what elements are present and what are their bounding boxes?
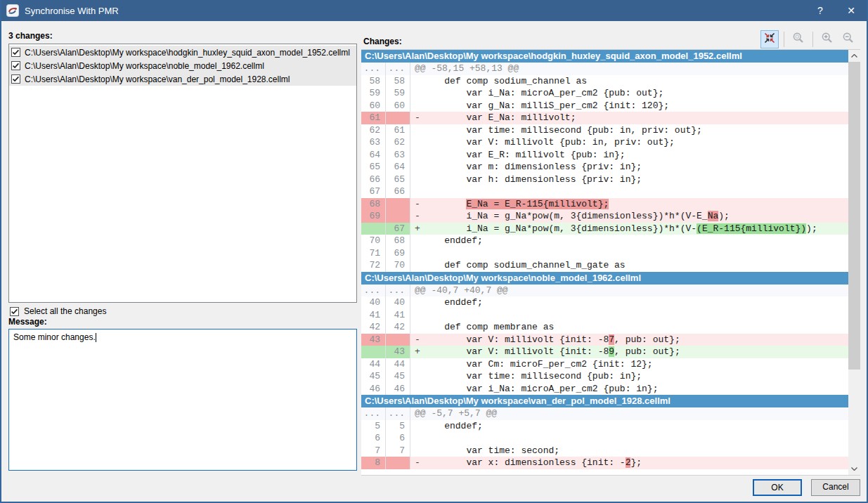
zoom-in-button[interactable] <box>818 30 836 48</box>
diff-view: C:\Users\Alan\Desktop\My workspace\hodgk… <box>361 49 860 476</box>
diff-file-header: C:\Users\Alan\Desktop\My workspace\noble… <box>361 272 848 285</box>
scroll-down-icon[interactable] <box>848 463 860 475</box>
code-segment: var E_R: millivolt {pub: in}; <box>422 150 626 160</box>
message-textarea[interactable]: Some minor changes. <box>8 329 357 471</box>
old-line-number: 5 <box>361 420 386 433</box>
diff-sign <box>410 174 422 186</box>
new-line-number: 67 <box>386 223 410 235</box>
code-segment: def comp membrane as <box>422 322 554 332</box>
old-line-number: 66 <box>361 174 386 186</box>
reset-zoom-button[interactable] <box>789 30 808 48</box>
file-list-item[interactable]: C:\Users\Alan\Desktop\My workspace\noble… <box>9 59 356 72</box>
old-line-number: 8 <box>361 457 386 469</box>
diff-line-text: var time: millisecond {pub: in, priv: ou… <box>422 124 848 137</box>
old-line-number: 61 <box>361 112 386 124</box>
help-button[interactable]: ? <box>805 0 836 21</box>
code-segment: enddef; <box>422 297 483 308</box>
zoom-out-button[interactable] <box>839 30 857 48</box>
normalized-view-button[interactable] <box>760 30 779 48</box>
code-segment: var E_Na: millivolt; <box>422 112 576 123</box>
diff-row: ......@@ -5,7 +5,7 @@ <box>361 407 848 420</box>
diff-line-text: var m: dimensionless {priv: in}; <box>422 161 848 174</box>
ok-button[interactable]: OK <box>753 479 802 496</box>
new-line-number: 68 <box>386 235 410 247</box>
old-line-number: 69 <box>361 210 386 223</box>
changes-label: Changes: <box>363 37 402 46</box>
diff-sign <box>410 383 422 396</box>
diff-row: 77 var time: second; <box>361 445 848 457</box>
diff-sign <box>410 296 422 309</box>
code-segment: var h: dimensionless {priv: in}; <box>422 174 642 185</box>
file-list-item[interactable]: C:\Users\Alan\Desktop\My workspace\van_d… <box>9 72 356 86</box>
diff-row: 7169 <box>361 247 848 260</box>
diff-line-text: def comp sodium_channel_m_gate as <box>422 259 848 272</box>
diff-content: C:\Users\Alan\Desktop\My workspace\hodgk… <box>361 50 848 475</box>
diff-sign: - <box>410 198 422 211</box>
old-line-number: ... <box>361 63 386 75</box>
diff-toolbar <box>759 30 859 48</box>
new-line-number <box>386 457 410 469</box>
diff-row: 55 enddef; <box>361 420 848 433</box>
new-line-number: 70 <box>386 259 410 272</box>
diff-sign: - <box>410 112 422 124</box>
text-caret <box>96 333 96 342</box>
diff-sign: - <box>410 210 422 223</box>
diff-row: 5858 def comp sodium_channel as <box>361 75 848 88</box>
magnifier-minus-icon <box>842 32 855 47</box>
diff-line-text: var x: dimensionless {init: -2}; <box>422 457 848 469</box>
diff-line-text: enddef; <box>422 235 848 247</box>
old-line-number: ... <box>361 407 386 420</box>
old-line-number: 41 <box>361 309 386 322</box>
code-segment: enddef; <box>422 421 483 431</box>
diff-sign <box>410 358 422 371</box>
diff-line-text: var time: millisecond {pub: in}; <box>422 370 848 383</box>
diff-line-text <box>422 185 848 198</box>
old-line-number: 58 <box>361 75 386 88</box>
magnifier-plus-icon <box>821 32 834 47</box>
code-segment: var time: second; <box>422 445 559 456</box>
diff-row: 61- var E_Na: millivolt; <box>361 112 848 124</box>
scrollbar-thumb[interactable] <box>848 62 860 370</box>
diff-line-text: var V: millivolt {pub: in, priv: out}; <box>422 136 848 149</box>
scroll-up-icon[interactable] <box>848 50 860 62</box>
checkbox-checked-icon[interactable] <box>11 61 20 70</box>
checkbox-checked-icon <box>10 307 19 316</box>
magnifier-icon <box>792 32 805 47</box>
diff-row: 7270 def comp sodium_channel_m_gate as <box>361 259 848 272</box>
new-line-number: 65 <box>386 174 410 186</box>
new-line-number: 43 <box>386 346 410 358</box>
diff-row: 4444 var Cm: microF_per_cm2 {init: 12}; <box>361 358 848 371</box>
code-segment: var V: millivolt {pub: in, priv: out}; <box>422 137 675 148</box>
cancel-button[interactable]: Cancel <box>811 479 860 496</box>
file-path-label: C:\Users\Alan\Desktop\My workspace\hodgk… <box>25 48 350 58</box>
code-segment: var i_Na: microA_per_cm2 {pub: in}; <box>422 384 658 394</box>
checkbox-checked-icon[interactable] <box>11 74 20 84</box>
file-list-item[interactable]: C:\Users\Alan\Desktop\My workspace\hodgk… <box>9 46 356 59</box>
diff-line-text <box>422 247 848 260</box>
select-all-label: Select all the changes <box>24 306 106 316</box>
diff-sign: + <box>410 346 422 358</box>
old-line-number: 6 <box>361 432 386 445</box>
old-line-number: 70 <box>361 235 386 247</box>
diff-sign <box>410 161 422 174</box>
old-line-number: 7 <box>361 445 386 457</box>
diff-sign: + <box>410 223 422 235</box>
close-button[interactable]: ✕ <box>836 0 867 21</box>
diff-sign <box>410 100 422 112</box>
new-line-number <box>386 198 410 211</box>
file-list: C:\Users\Alan\Desktop\My workspace\hodgk… <box>8 44 357 303</box>
vertical-scrollbar[interactable] <box>848 50 860 475</box>
diff-sign <box>410 370 422 383</box>
diff-row: 4242 def comp membrane as <box>361 321 848 334</box>
new-line-number: 62 <box>386 136 410 149</box>
diff-file-header: C:\Users\Alan\Desktop\My workspace\van_d… <box>361 395 848 407</box>
old-line-number <box>361 346 386 358</box>
select-all-checkbox[interactable]: Select all the changes <box>10 306 106 316</box>
window-title: Synchronise With PMR <box>25 6 805 16</box>
diff-sign <box>410 309 422 322</box>
new-line-number: 44 <box>386 358 410 371</box>
diff-line-text: var E_R: millivolt {pub: in}; <box>422 149 848 162</box>
checkbox-checked-icon[interactable] <box>11 48 20 57</box>
diff-sign <box>410 321 422 334</box>
code-segment: var g_Na: milliS_per_cm2 {init: 120}; <box>422 100 669 111</box>
